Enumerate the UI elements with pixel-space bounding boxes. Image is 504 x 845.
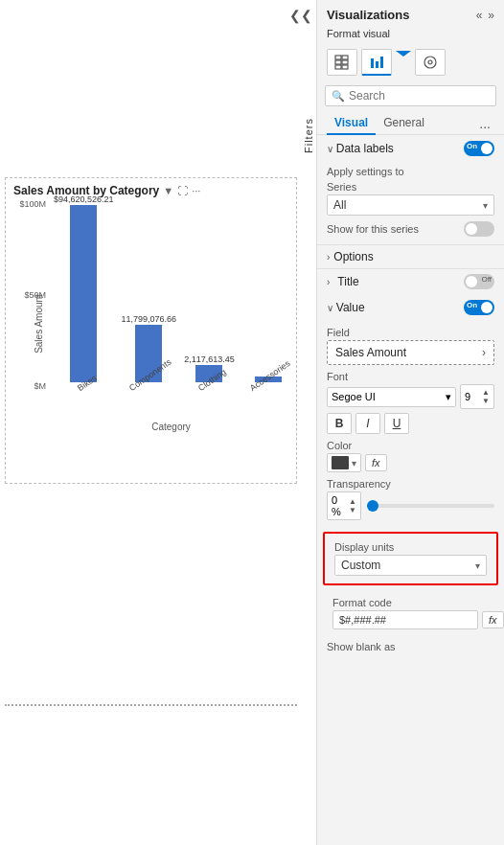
svg-rect-1 (342, 56, 348, 59)
transparency-label: Transparency (327, 478, 494, 490)
color-picker[interactable]: ▾ (327, 453, 361, 472)
format-visual-label: Format visual (317, 26, 504, 45)
viz-title: Visualizations (327, 8, 409, 22)
color-fx-button[interactable]: fx (365, 454, 387, 471)
bar-bikes[interactable] (70, 205, 97, 382)
search-box[interactable]: 🔍 (325, 85, 496, 106)
bar-group-accessories: Accessories (242, 376, 295, 395)
transparency-down-icon[interactable]: ▼ (349, 506, 356, 514)
title-label: Title (337, 275, 358, 288)
options-row[interactable]: › Options (317, 244, 504, 268)
toggle-off-label: Off (481, 275, 492, 284)
series-label: Series (327, 181, 494, 193)
series-dropdown[interactable]: All ▾ (327, 194, 494, 216)
chevron-down-icon (396, 51, 411, 57)
bar-value-components: 11,799,076.66 (122, 314, 177, 324)
chart-expand-icon[interactable]: ⛶ (177, 185, 188, 196)
font-size-stepper[interactable]: ▲ ▼ (482, 388, 490, 405)
chart-more-icon[interactable]: ··· (192, 185, 200, 196)
show-for-series-label: Show for this series (327, 223, 419, 235)
color-label: Color (327, 440, 494, 451)
svg-point-10 (428, 60, 432, 64)
underline-button[interactable]: U (384, 413, 409, 434)
y-tick: $M (34, 381, 46, 391)
transparency-up-icon[interactable]: ▲ (349, 497, 356, 506)
slider-thumb[interactable] (367, 500, 378, 512)
bar-value-clothing: 2,117,613.45 (184, 354, 235, 364)
bar-value-bikes: $94,620,526.21 (54, 194, 114, 204)
font-size-up-icon[interactable]: ▲ (482, 388, 490, 397)
value-toggle[interactable]: On (464, 300, 494, 315)
chevron-left-left-icon[interactable]: « (476, 9, 483, 22)
display-units-value: Custom (341, 559, 380, 572)
format-code-input[interactable] (332, 610, 478, 629)
svg-rect-2 (335, 60, 341, 64)
svg-rect-6 (371, 58, 374, 68)
table-viz-button[interactable] (327, 49, 357, 76)
search-input[interactable] (349, 89, 490, 103)
value-section-header[interactable]: ∨ Value On (317, 294, 504, 319)
title-row[interactable]: › Title Off (317, 268, 504, 294)
y-tick: $100M (19, 199, 46, 209)
bars-wrapper: $94,620,526.21 Bikes 11,799,076.66 Compo… (54, 203, 288, 395)
transparency-value: 0 % (332, 494, 347, 517)
y-tick: $50M (24, 290, 46, 300)
color-row: ▾ fx (327, 453, 494, 472)
show-blank-section: Show blank as (317, 637, 504, 656)
color-chevron-icon: ▾ (352, 458, 356, 468)
bold-button[interactable]: B (327, 413, 352, 434)
chart-container: Sales Amount by Category ▼ ⛶ ··· Sales A… (5, 177, 297, 484)
value-sub-section: Field Sales Amount › Font Segoe UI ▾ 9 ▲… (317, 319, 504, 532)
bar-group-bikes: $94,620,526.21 Bikes (54, 194, 114, 395)
font-label: Font (327, 371, 494, 382)
dotted-separator (5, 704, 297, 706)
value-section-label: ∨ Value (327, 301, 365, 314)
chart-title-row: Sales Amount by Category ▼ ⛶ ··· (6, 178, 296, 199)
show-for-series-toggle[interactable] (464, 221, 494, 237)
field-box[interactable]: Sales Amount › (327, 340, 494, 365)
tab-visual[interactable]: Visual (327, 112, 376, 135)
chevron-right-right-icon[interactable]: » (488, 9, 494, 22)
svg-rect-8 (380, 57, 383, 68)
font-size-box[interactable]: 9 ▲ ▼ (460, 384, 494, 409)
y-ticks: $100M $50M $M (6, 199, 46, 391)
chart-filter-icon[interactable]: ▼ (163, 185, 173, 196)
font-size-down-icon[interactable]: ▼ (482, 397, 490, 405)
field-box-text: Sales Amount (335, 346, 406, 359)
format-code-fx-button[interactable]: fx (482, 611, 504, 628)
chart-viz-button[interactable] (361, 49, 392, 76)
tab-more-button[interactable]: ... (475, 114, 494, 133)
font-row: Segoe UI ▾ 9 ▲ ▼ (327, 384, 494, 409)
title-toggle[interactable]: Off (464, 274, 494, 289)
display-units-label: Display units (334, 541, 487, 553)
bar-chart-icon (369, 55, 384, 70)
transparency-slider[interactable] (367, 504, 494, 508)
font-family-dropdown[interactable]: Segoe UI ▾ (327, 387, 456, 407)
show-blank-label: Show blank as (327, 641, 396, 652)
left-panel: ❮❮ Filters Sales Amount by Category ▼ ⛶ … (0, 0, 316, 845)
collapse-button[interactable]: ❮❮ (289, 8, 312, 23)
svg-rect-3 (342, 60, 348, 64)
analytics-viz-button[interactable] (415, 49, 446, 76)
analytics-icon (423, 55, 438, 70)
data-labels-section[interactable]: ∨ Data labels On (317, 135, 504, 160)
search-icon: 🔍 (332, 90, 345, 103)
transparency-input[interactable]: 0 % ▲ ▼ (327, 491, 361, 520)
tabs-row: Visual General ... (317, 112, 504, 135)
format-code-row: fx (332, 610, 489, 629)
x-axis-label: Category (54, 422, 288, 432)
italic-button[interactable]: I (355, 413, 380, 434)
tab-general[interactable]: General (376, 112, 432, 135)
data-labels-label: ∨ Data labels (327, 142, 394, 155)
display-units-dropdown[interactable]: Custom ▾ (334, 555, 487, 576)
field-box-arrow-icon[interactable]: › (482, 346, 486, 359)
data-labels-toggle[interactable]: On (464, 141, 494, 156)
svg-point-9 (424, 57, 436, 68)
transparency-stepper[interactable]: ▲ ▼ (349, 497, 356, 514)
font-size-value: 9 (465, 391, 470, 402)
filters-label: Filters (303, 57, 320, 153)
title-expand-icon: › (327, 277, 330, 287)
toggle-on-label: On (467, 142, 477, 150)
collapse-arrow: ∨ (327, 144, 336, 154)
apply-settings-label: Apply settings to (327, 166, 494, 177)
